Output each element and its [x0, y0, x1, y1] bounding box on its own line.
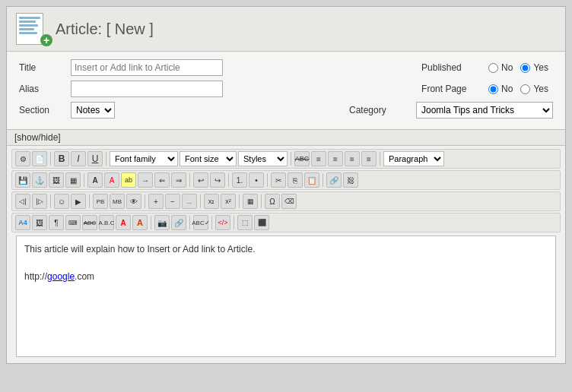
- frontpage-yes-radio[interactable]: [520, 84, 530, 94]
- frontpage-row: Front Page No Yes: [421, 84, 553, 94]
- tb-sub-btn[interactable]: x₂: [204, 194, 219, 209]
- tb-align-left-btn[interactable]: ≡: [311, 151, 326, 166]
- tb-ltr-btn[interactable]: ◁|: [15, 194, 30, 209]
- tb-redo-btn[interactable]: ↪: [210, 172, 225, 188]
- editor-content[interactable]: This article will explain how to Insert …: [16, 236, 556, 357]
- tb-save-btn[interactable]: 💾: [15, 172, 30, 188]
- tb-fontcolor2-btn[interactable]: A: [116, 215, 131, 230]
- tb-sep-1: [50, 152, 51, 166]
- tb-color-btn[interactable]: A: [104, 172, 119, 188]
- frontpage-no-label: No: [501, 84, 513, 94]
- tb-image-btn[interactable]: 🖼: [49, 172, 64, 188]
- tb-count-btn[interactable]: ⌨: [65, 215, 81, 230]
- add-badge-icon: +: [40, 34, 52, 46]
- tb-ol-btn[interactable]: 1.: [232, 172, 247, 188]
- tb-sup-btn[interactable]: x²: [221, 194, 236, 209]
- tb-ul-btn[interactable]: •: [249, 172, 264, 188]
- tb-img2-btn[interactable]: 🖼: [32, 215, 47, 230]
- tb-table-btn[interactable]: ▦: [65, 172, 81, 188]
- category-row: Category Joomla Tips and Tricks: [349, 102, 553, 119]
- tb-align-justify-btn[interactable]: ≡: [361, 151, 377, 166]
- title-input[interactable]: [71, 59, 223, 76]
- tb-sep-6: [189, 173, 190, 187]
- article-icon: +: [16, 13, 48, 45]
- tb-sep-3: [291, 152, 291, 166]
- tb-italic-btn[interactable]: I: [71, 151, 86, 166]
- tb-new-doc-btn[interactable]: 📄: [32, 151, 47, 166]
- tb-arrow-btn[interactable]: →: [138, 172, 153, 188]
- tb-a4-btn[interactable]: A4: [15, 215, 30, 230]
- alias-label: Alias: [19, 84, 65, 94]
- styles-select[interactable]: Styles: [238, 151, 288, 166]
- tb-minus-btn[interactable]: −: [165, 194, 180, 209]
- tb-bold2-btn[interactable]: A: [87, 172, 103, 188]
- tb-sep-18: [211, 216, 212, 229]
- section-label: Section: [19, 105, 65, 115]
- category-select[interactable]: Joomla Tips and Tricks: [416, 102, 553, 119]
- paragraph-select[interactable]: Paragraph: [383, 151, 444, 166]
- section-select[interactable]: Notes: [71, 102, 115, 119]
- tb-plugin-btn[interactable]: ⚙: [15, 151, 30, 166]
- alias-input[interactable]: [71, 81, 223, 97]
- tb-box1-btn[interactable]: ⬚: [237, 215, 253, 230]
- tb-copy-btn[interactable]: ⎘: [288, 172, 303, 188]
- tb-photo-btn[interactable]: 📷: [154, 215, 170, 230]
- published-yes-radio[interactable]: [520, 63, 530, 73]
- toolbar-row-2: 💾 ⚓ 🖼 ▦ A A ab → ⇐ ⇒ ↩ ↪ 1. • ✂ ⎘: [11, 170, 561, 190]
- tb-sep-12: [145, 194, 145, 208]
- published-radio-group: No Yes: [488, 62, 553, 73]
- tb-underline-btn[interactable]: U: [87, 151, 103, 166]
- tb-dot-btn[interactable]: ...: [182, 194, 197, 209]
- tb-bold-btn[interactable]: B: [54, 151, 69, 166]
- tb-sep-7: [228, 173, 229, 187]
- tb-undo-btn[interactable]: ↩: [193, 172, 208, 188]
- title-label: Title: [19, 62, 65, 73]
- tb-strikethrough-btn[interactable]: ABC: [294, 151, 310, 166]
- tb-para-btn[interactable]: ¶: [49, 215, 64, 230]
- tb-abcstrike-btn[interactable]: ABC: [82, 215, 97, 230]
- tb-anchor-btn[interactable]: ⚓: [32, 172, 47, 188]
- toolbar-row-1: ⚙ 📄 B I U Font family Font size Styles: [11, 149, 561, 169]
- showhide-label[interactable]: [show/hide]: [14, 132, 61, 143]
- frontpage-no-radio[interactable]: [488, 84, 498, 94]
- tb-preview-btn[interactable]: 👁: [126, 194, 141, 209]
- tb-paste-btn[interactable]: 📋: [304, 172, 319, 188]
- tb-link-btn[interactable]: 🔗: [326, 172, 342, 188]
- tb-fontsize2-btn[interactable]: A: [132, 215, 148, 230]
- showhide-bar[interactable]: [show/hide]: [7, 130, 565, 146]
- tb-sep-4: [380, 152, 380, 166]
- category-section: Category Joomla Tips and Tricks: [349, 102, 553, 119]
- tb-media-btn[interactable]: ▶: [71, 194, 86, 209]
- font-family-select[interactable]: Font family: [110, 151, 178, 166]
- tb-box2-btn[interactable]: ⬛: [254, 215, 269, 230]
- tb-unlink-btn[interactable]: ⛓: [343, 172, 358, 188]
- tb-align-center-btn[interactable]: ≡: [328, 151, 343, 166]
- published-label: Published: [421, 62, 482, 73]
- tb-spellcheck-btn[interactable]: ABC✓: [193, 215, 208, 230]
- tb-sep-13: [200, 194, 201, 208]
- published-no-radio[interactable]: [488, 63, 498, 73]
- tb-cut-btn[interactable]: ✂: [271, 172, 286, 188]
- tb-source-btn[interactable]: </>: [215, 215, 230, 230]
- tb-abc2-btn[interactable]: ab: [121, 172, 136, 188]
- tb-pagebreak-btn[interactable]: PB: [93, 194, 108, 209]
- form-section: Title Published No Yes A: [7, 52, 565, 130]
- tb-smiley-btn[interactable]: ☺: [54, 194, 69, 209]
- alias-row: Alias Front Page No Yes: [19, 81, 553, 97]
- tb-table2-btn[interactable]: ▦: [243, 194, 258, 209]
- tb-morebreak-btn[interactable]: MB: [110, 194, 125, 209]
- tb-omega-btn[interactable]: Ω: [265, 194, 280, 209]
- tb-outdent-btn[interactable]: ⇐: [154, 172, 170, 188]
- font-size-select[interactable]: Font size: [180, 151, 237, 166]
- frontpage-radio-group: No Yes: [488, 84, 553, 94]
- tb-align-right-btn[interactable]: ≡: [345, 151, 360, 166]
- tb-sep-11: [89, 194, 90, 208]
- toolbar-row-3: ◁| |▷ ☺ ▶ PB MB 👁 + − ... x₂ x² ▦: [11, 191, 561, 211]
- tb-rtl-btn[interactable]: |▷: [32, 194, 47, 209]
- tb-sep-10: [50, 194, 51, 208]
- tb-indent-btn[interactable]: ⇒: [171, 172, 186, 188]
- tb-clean-btn[interactable]: ⌫: [281, 194, 297, 209]
- tb-link2-btn[interactable]: 🔗: [171, 215, 186, 230]
- tb-plus-btn[interactable]: +: [148, 194, 164, 209]
- tb-abc-upper-btn[interactable]: A.B.C: [99, 215, 114, 230]
